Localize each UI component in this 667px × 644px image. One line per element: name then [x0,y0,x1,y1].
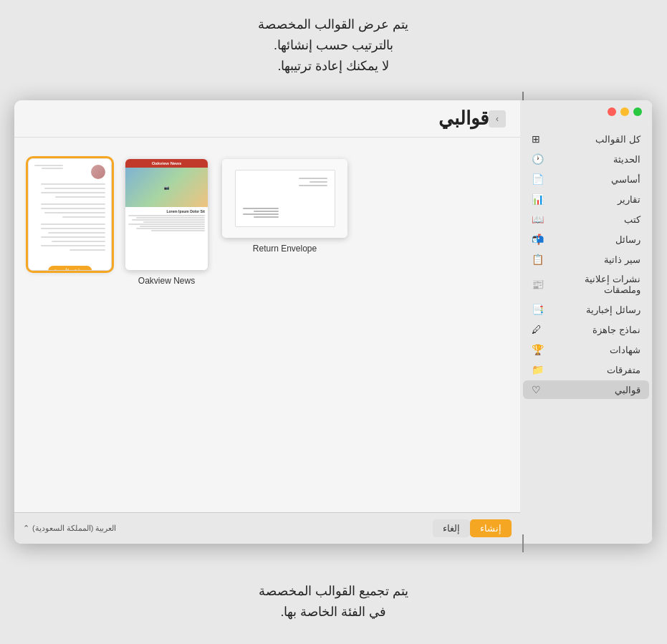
sidebar-item-flyers[interactable]: نشرات إعلانية وملصقات 📰 [523,270,649,299]
template-chooser-window: كل القوالب ⊞ الحديثة 🕐 أساسي 📄 تقارير 📊 … [14,100,653,544]
collapse-button[interactable]: › [489,110,506,128]
sidebar-item-resume[interactable]: سير ذاتية 📋 [523,250,649,269]
oakview-body: Lorem Ipsum Dolor Sit [125,207,208,234]
main-title: قوالبي [29,107,489,130]
misc-icon: 📁 [532,364,544,375]
oakview-text-lines [128,215,205,231]
recent-icon: 🕐 [532,153,544,165]
template-badge: ورقة رئاسية [48,266,92,270]
window-controls [608,107,642,116]
tooltip-bottom-line2: في الفئة الخاصة بها. [57,602,610,623]
letters-icon: 📬 [532,234,544,245]
sidebar-item-reports[interactable]: تقارير 📊 [523,190,649,208]
books-icon: 📖 [532,213,544,225]
badge-container: ورقة رئاسية [48,263,92,270]
address-lines [243,208,279,218]
tooltip-top-line1: يتم عرض القوالب المخصصة [57,14,610,35]
oakview-header: Oakview News [125,159,208,168]
create-button[interactable]: إنشاء [470,519,512,537]
template-thumb-letter[interactable]: ورقة رئاسية [29,159,111,270]
sidebar-item-recent[interactable]: الحديثة 🕐 [523,150,649,168]
template-item-letter[interactable]: ورقة رئاسية [29,159,111,270]
language-selector[interactable]: العربية (المملكة السعودية) ⌃ [23,524,116,533]
sidebar-item-misc[interactable]: متفرقات 📁 [523,360,649,379]
letter-body-lines [34,183,105,251]
tooltip-bottom-line1: يتم تجميع القوالب المخصصة [57,581,610,602]
newsletters-icon: 📑 [532,304,544,315]
envelope-preview [222,159,347,238]
oakview-image: 📷 [125,168,208,207]
certificates-icon: 🏆 [532,344,544,355]
sidebar-item-books[interactable]: كتب 📖 [523,210,649,229]
resume-icon: 📋 [532,254,544,265]
my-templates-icon: ♡ [532,384,541,395]
bottom-bar: إنشاء إلغاء العربية (المملكة السعودية) ⌃ [14,512,520,544]
language-label: العربية (المملكة السعودية) [32,524,116,533]
sidebar-item-letters[interactable]: رسائل 📬 [523,230,649,249]
sidebar-item-all[interactable]: كل القوالب ⊞ [523,130,649,148]
sidebar-item-stationery[interactable]: نماذج جاهزة 🖊 [523,320,649,339]
flyers-icon: 📰 [532,279,544,290]
letter-logo [91,165,105,179]
envelope-inner [235,170,335,227]
maximize-button[interactable] [633,107,642,116]
letter-header [34,165,105,179]
main-content: › قوالبي [14,100,520,544]
sidebar-item-certificates[interactable]: شهادات 🏆 [523,340,649,359]
minimize-button[interactable] [620,107,629,116]
all-templates-icon: ⊞ [532,133,540,145]
tooltip-top: يتم عرض القوالب المخصصة بالترتيب حسب إنش… [0,7,667,83]
main-header: › قوالبي [14,100,520,138]
callout-line-bottom [522,534,524,552]
letter-preview [29,159,111,270]
reports-icon: 📊 [532,193,544,205]
template-thumb-envelope[interactable] [222,159,347,238]
letter-lines-right [34,165,63,169]
tooltip-top-line2: بالترتيب حسب إنشائها. [57,35,610,56]
oakview-preview: Oakview News 📷 Lorem Ipsum Dolor Sit [125,159,208,270]
template-label-oakview: Oakview News [138,276,195,286]
tooltip-top-line3: لا يمكنك إعادة ترتيبها. [57,56,610,77]
cancel-button[interactable]: إلغاء [433,519,470,537]
sidebar-item-basic[interactable]: أساسي 📄 [523,170,649,188]
sender-lines [299,178,327,186]
sidebar-item-my-templates[interactable]: قوالبي ♡ [523,380,649,399]
template-thumb-oakview[interactable]: Oakview News 📷 Lorem Ipsum Dolor Sit [125,159,208,270]
close-button[interactable] [608,107,616,116]
basic-icon: 📄 [532,173,544,185]
language-chevron-icon: ⌃ [23,524,29,533]
sidebar-item-newsletters[interactable]: رسائل إخبارية 📑 [523,300,649,319]
template-item-envelope[interactable]: Return Envelope [222,159,347,254]
template-item-oakview[interactable]: Oakview News 📷 Lorem Ipsum Dolor Sit [125,159,208,286]
template-label-envelope: Return Envelope [253,244,317,254]
tooltip-bottom: يتم تجميع القوالب المخصصة في الفئة الخاص… [0,574,667,630]
templates-grid: ورقة رئاسية Oakview News 📷 Lorem Ipsum D… [14,138,520,307]
stationery-icon: 🖊 [532,324,542,335]
sidebar: كل القوالب ⊞ الحديثة 🕐 أساسي 📄 تقارير 📊 … [520,100,653,544]
oakview-headline: Lorem Ipsum Dolor Sit [128,209,205,213]
